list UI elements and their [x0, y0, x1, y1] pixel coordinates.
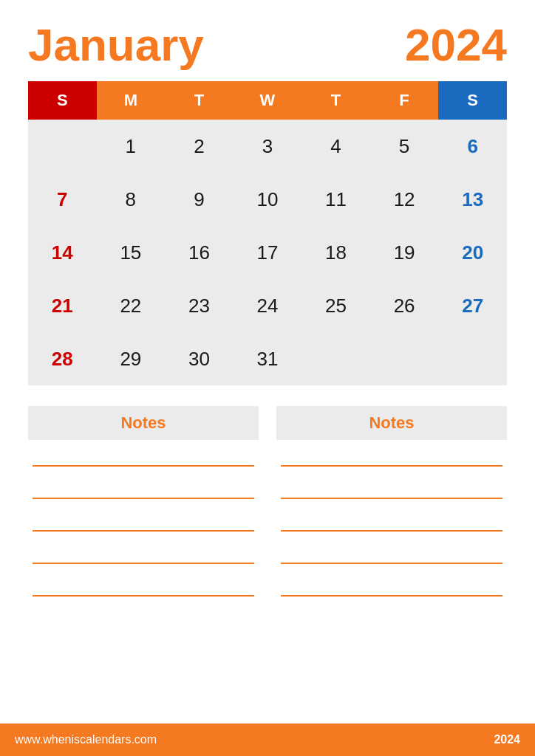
day-2: 2	[165, 120, 234, 173]
day-8: 8	[97, 173, 166, 226]
day-empty-4	[438, 332, 507, 385]
day-23: 23	[165, 279, 234, 332]
day-27: 27	[438, 279, 507, 332]
day-14: 14	[28, 226, 97, 279]
day-empty-3	[370, 332, 439, 385]
header-saturday: S	[438, 81, 507, 120]
day-21: 21	[28, 279, 97, 332]
notes-section: Notes Notes	[28, 406, 507, 597]
notes-label-left: Notes	[120, 413, 166, 432]
notes-line-left-4[interactable]	[33, 548, 254, 564]
day-empty-2	[301, 332, 370, 385]
notes-line-left-1[interactable]	[33, 450, 254, 467]
day-7: 7	[28, 173, 97, 226]
day-4: 4	[301, 120, 370, 173]
day-6: 6	[438, 120, 507, 173]
notes-box-right: Notes	[276, 406, 507, 597]
notes-line-right-4[interactable]	[281, 548, 502, 564]
notes-line-left-2[interactable]	[33, 483, 254, 499]
day-30: 30	[165, 332, 234, 385]
year-title: 2024	[405, 22, 507, 68]
week-row-1: 1 2 3 4 5 6	[28, 120, 507, 173]
day-11: 11	[301, 173, 370, 226]
header-tuesday: T	[165, 81, 234, 120]
notes-lines-left	[28, 450, 259, 597]
day-26: 26	[370, 279, 439, 332]
notes-label-bar-right: Notes	[276, 406, 507, 440]
day-3: 3	[234, 120, 302, 173]
day-15: 15	[97, 226, 166, 279]
week-row-3: 14 15 16 17 18 19 20	[28, 226, 507, 279]
day-10: 10	[234, 173, 302, 226]
day-20: 20	[438, 226, 507, 279]
calendar-wrapper: S M T W T F S 1 2 3 4 5 6	[28, 81, 507, 385]
day-9: 9	[165, 173, 234, 226]
day-24: 24	[234, 279, 302, 332]
day-29: 29	[97, 332, 166, 385]
day-28: 28	[28, 332, 97, 385]
week-row-2: 7 8 9 10 11 12 13	[28, 173, 507, 226]
day-13: 13	[438, 173, 507, 226]
week-row-4: 21 22 23 24 25 26 27	[28, 279, 507, 332]
day-31: 31	[234, 332, 302, 385]
day-1: 1	[97, 120, 166, 173]
header: January 2024	[28, 22, 507, 68]
month-title: January	[28, 22, 204, 68]
day-12: 12	[370, 173, 439, 226]
day-5: 5	[370, 120, 439, 173]
header-thursday: T	[301, 81, 370, 120]
week-row-5: 28 29 30 31	[28, 332, 507, 385]
calendar-table: S M T W T F S 1 2 3 4 5 6	[28, 81, 507, 385]
footer: www.wheniscalendars.com 2024	[0, 724, 535, 756]
day-22: 22	[97, 279, 166, 332]
day-18: 18	[301, 226, 370, 279]
notes-label-right: Notes	[369, 413, 414, 432]
day-19: 19	[370, 226, 439, 279]
header-monday: M	[97, 81, 166, 120]
day-16: 16	[165, 226, 234, 279]
day-empty-1	[28, 120, 97, 173]
footer-year: 2024	[494, 733, 520, 746]
notes-line-left-3[interactable]	[33, 515, 254, 532]
notes-line-left-5[interactable]	[33, 580, 254, 597]
calendar-page: January 2024 S M T W T F S 1	[0, 0, 535, 756]
notes-box-left: Notes	[28, 406, 259, 597]
day-17: 17	[234, 226, 302, 279]
notes-lines-right	[276, 450, 507, 597]
notes-label-bar-left: Notes	[28, 406, 259, 440]
header-friday: F	[370, 81, 439, 120]
footer-url: www.wheniscalendars.com	[15, 733, 157, 746]
header-wednesday: W	[234, 81, 302, 120]
notes-line-right-3[interactable]	[281, 515, 502, 532]
day-25: 25	[301, 279, 370, 332]
notes-line-right-5[interactable]	[281, 580, 502, 597]
notes-line-right-2[interactable]	[281, 483, 502, 499]
calendar-header-row: S M T W T F S	[28, 81, 507, 120]
notes-line-right-1[interactable]	[281, 450, 502, 467]
header-sunday: S	[28, 81, 97, 120]
